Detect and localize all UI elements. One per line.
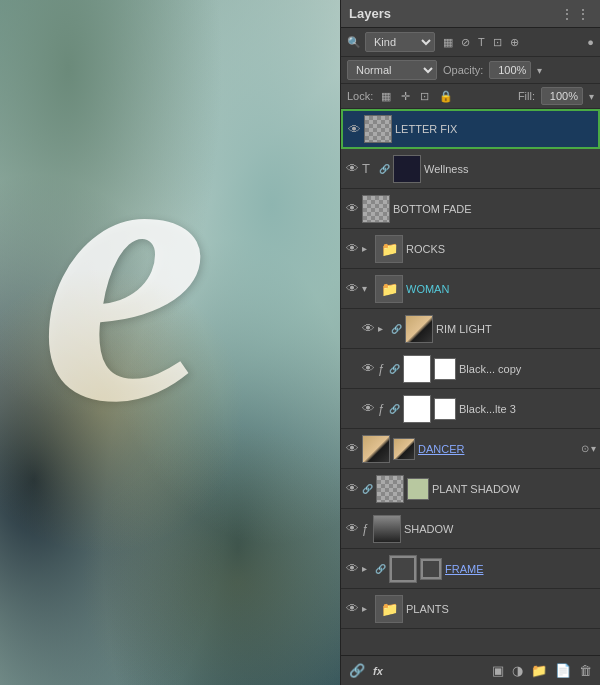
clip-icon-shadow: ƒ — [362, 522, 370, 536]
layer-name-frame: FRAME — [445, 563, 596, 575]
opacity-dropdown-icon[interactable]: ▾ — [537, 65, 542, 76]
eye-icon-frame[interactable]: 👁 — [345, 561, 359, 576]
fill-dropdown-icon[interactable]: ▾ — [589, 91, 594, 102]
texture-overlay — [0, 0, 340, 685]
blend-mode-select[interactable]: Normal Dissolve Darken Multiply Screen O… — [347, 60, 437, 80]
arrow-icon-rim-light[interactable]: ▸ — [378, 323, 388, 334]
eye-icon-shadow[interactable]: 👁 — [345, 521, 359, 536]
thumb-plant-shadow — [376, 475, 404, 503]
shape-filter-icon[interactable]: ⊡ — [491, 35, 504, 50]
layer-badge-dancer: ⊙▾ — [581, 443, 596, 454]
eye-icon-rocks[interactable]: 👁 — [345, 241, 359, 256]
filter-toggle[interactable]: ● — [587, 36, 594, 48]
arrow-icon-frame[interactable]: ▸ — [362, 563, 372, 574]
layer-name-shadow: SHADOW — [404, 523, 596, 535]
fill-label: Fill: — [518, 90, 535, 102]
new-group-icon[interactable]: 📁 — [531, 663, 547, 678]
thumb2-dancer — [393, 438, 415, 460]
toolbar-right-icons: ▣ ◑ 📁 📄 🗑 — [492, 663, 592, 678]
link-icon-rim-light: 🔗 — [391, 324, 402, 334]
clip-icon-black-lite3: ƒ — [378, 402, 386, 416]
layer-row-frame[interactable]: 👁▸🔗FRAME — [341, 549, 600, 589]
layer-effects-icon[interactable]: fx — [373, 665, 383, 677]
arrow-icon-woman[interactable]: ▾ — [362, 283, 372, 294]
clip-icon-black-copy: ƒ — [378, 362, 386, 376]
eye-icon-letter-fix[interactable]: 👁 — [347, 122, 361, 137]
eye-icon-bottom-fade[interactable]: 👁 — [345, 201, 359, 216]
kind-filter-select[interactable]: Kind Name Effect Mode Attribute Color — [365, 32, 435, 52]
layer-row-rim-light[interactable]: 👁▸🔗RIM LIGHT — [341, 309, 600, 349]
thumb2-frame — [420, 558, 442, 580]
layer-row-shadow[interactable]: 👁ƒSHADOW — [341, 509, 600, 549]
add-mask-icon[interactable]: ▣ — [492, 663, 504, 678]
filter-bar: 🔍 Kind Name Effect Mode Attribute Color … — [341, 28, 600, 57]
eye-icon-dancer[interactable]: 👁 — [345, 441, 359, 456]
panel-title: Layers — [349, 6, 391, 21]
layer-row-wellness[interactable]: 👁T🔗Wellness — [341, 149, 600, 189]
layer-name-dancer: DANCER — [418, 443, 578, 455]
layer-row-letter-fix[interactable]: 👁LETTER FIX — [341, 109, 600, 149]
arrow-icon-plants[interactable]: ▸ — [362, 603, 372, 614]
lock-position-icon[interactable]: ✛ — [399, 89, 412, 104]
thumb2-black-copy — [434, 358, 456, 380]
adjustment-filter-icon[interactable]: ⊘ — [459, 35, 472, 50]
toolbar-left-icons: 🔗 fx — [349, 663, 383, 678]
layer-name-bottom-fade: BOTTOM FADE — [393, 203, 596, 215]
eye-icon-black-lite3[interactable]: 👁 — [361, 401, 375, 416]
arrow-icon-rocks[interactable]: ▸ — [362, 243, 372, 254]
link-layers-icon[interactable]: 🔗 — [349, 663, 365, 678]
thumb-shadow — [373, 515, 401, 543]
eye-icon-rim-light[interactable]: 👁 — [361, 321, 375, 336]
layer-row-bottom-fade[interactable]: 👁BOTTOM FADE — [341, 189, 600, 229]
layer-row-plant-shadow[interactable]: 👁🔗PLANT SHADOW — [341, 469, 600, 509]
layer-name-woman: WOMAN — [406, 283, 596, 295]
layer-row-black-lite3[interactable]: 👁ƒ🔗Black...lte 3 — [341, 389, 600, 429]
layer-row-plants[interactable]: 👁▸📁PLANTS — [341, 589, 600, 629]
lock-artboards-icon[interactable]: ⊡ — [418, 89, 431, 104]
thumb-bottom-fade — [362, 195, 390, 223]
layer-row-woman[interactable]: 👁▾📁WOMAN — [341, 269, 600, 309]
delete-layer-icon[interactable]: 🗑 — [579, 663, 592, 678]
layer-row-dancer[interactable]: 👁DANCER⊙▾ — [341, 429, 600, 469]
layer-name-black-lite3: Black...lte 3 — [459, 403, 596, 415]
layer-row-rocks[interactable]: 👁▸📁ROCKS — [341, 229, 600, 269]
lock-all-icon[interactable]: 🔒 — [437, 89, 455, 104]
link-icon-frame: 🔗 — [375, 564, 386, 574]
layer-name-plant-shadow: PLANT SHADOW — [432, 483, 596, 495]
fill-input[interactable] — [541, 87, 583, 105]
type-filter-icon[interactable]: T — [476, 35, 487, 49]
new-layer-icon[interactable]: 📄 — [555, 663, 571, 678]
layer-name-letter-fix: LETTER FIX — [395, 123, 594, 135]
smart-filter-icon[interactable]: ⊕ — [508, 35, 521, 50]
lock-pixels-icon[interactable]: ▦ — [379, 89, 393, 104]
layer-row-black-copy[interactable]: 👁ƒ🔗Black... copy — [341, 349, 600, 389]
new-adjustment-icon[interactable]: ◑ — [512, 663, 523, 678]
layers-panel: Layers ⋮⋮ 🔍 Kind Name Effect Mode Attrib… — [340, 0, 600, 685]
opacity-input[interactable] — [489, 61, 531, 79]
eye-icon-wellness[interactable]: 👁 — [345, 161, 359, 176]
thumb-wellness — [393, 155, 421, 183]
link-icon-wellness: 🔗 — [379, 164, 390, 174]
eye-icon-black-copy[interactable]: 👁 — [361, 361, 375, 376]
thumb2-black-lite3 — [434, 398, 456, 420]
filter-type-icons: ▦ ⊘ T ⊡ ⊕ — [441, 35, 521, 50]
layer-name-plants: PLANTS — [406, 603, 596, 615]
opacity-label: Opacity: — [443, 64, 483, 76]
layer-name-rocks: ROCKS — [406, 243, 596, 255]
eye-icon-woman[interactable]: 👁 — [345, 281, 359, 296]
type-icon-wellness: T — [362, 161, 376, 176]
layer-name-wellness: Wellness — [424, 163, 596, 175]
link-icon-black-copy: 🔗 — [389, 364, 400, 374]
eye-icon-plant-shadow[interactable]: 👁 — [345, 481, 359, 496]
thumb-letter-fix — [364, 115, 392, 143]
thumb-plants: 📁 — [375, 595, 403, 623]
link-icon-plant-shadow: 🔗 — [362, 484, 373, 494]
panel-header: Layers ⋮⋮ — [341, 0, 600, 28]
panel-menu-icon[interactable]: ⋮⋮ — [560, 6, 592, 22]
layer-name-black-copy: Black... copy — [459, 363, 596, 375]
pixel-filter-icon[interactable]: ▦ — [441, 35, 455, 50]
lock-label: Lock: — [347, 90, 373, 102]
thumb-woman: 📁 — [375, 275, 403, 303]
thumb-black-lite3 — [403, 395, 431, 423]
eye-icon-plants[interactable]: 👁 — [345, 601, 359, 616]
